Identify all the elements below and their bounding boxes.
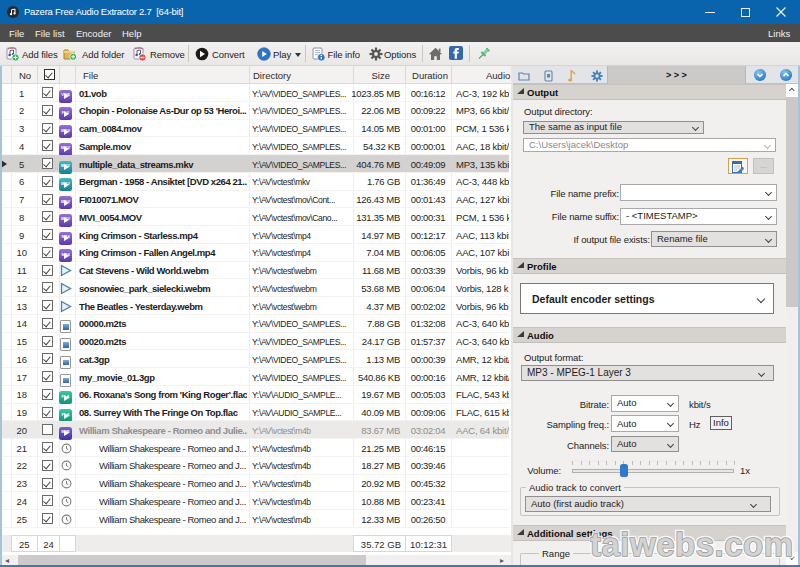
svg-text:taiwebs.com: taiwebs.com <box>590 526 794 563</box>
